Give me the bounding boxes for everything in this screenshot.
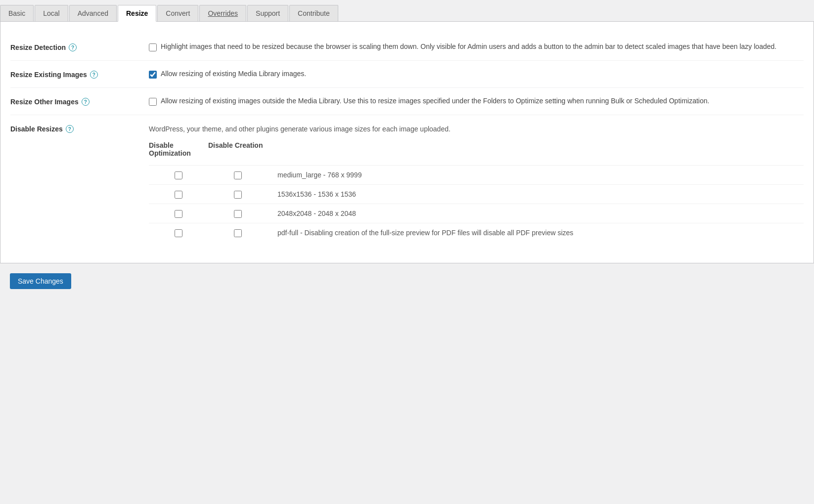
resize-row-name-pdf-full: pdf-full - Disabling creation of the ful… bbox=[268, 229, 804, 237]
help-icon-resize-other[interactable]: ? bbox=[82, 98, 90, 106]
save-changes-button[interactable]: Save Changes bbox=[10, 273, 71, 289]
resize-row-name-2048x2048: 2048x2048 - 2048 x 2048 bbox=[268, 210, 804, 217]
disable-optimization-1536x1536[interactable] bbox=[175, 191, 182, 199]
col-header-optimization: Disable Optimization bbox=[149, 141, 191, 157]
settings-content: Resize Detection?Highlight images that n… bbox=[0, 22, 814, 263]
setting-row-disable-resizes: Disable Resizes?WordPress, your theme, a… bbox=[10, 115, 804, 251]
resize-table: medium_large - 768 x 99991536x1536 - 153… bbox=[149, 165, 804, 242]
resize-row-pdf-full: pdf-full - Disabling creation of the ful… bbox=[149, 223, 804, 242]
setting-control-resize-existing: Allow resizing of existing Media Library… bbox=[149, 70, 804, 79]
setting-control-disable-resizes: WordPress, your theme, and other plugins… bbox=[149, 124, 804, 242]
resize-row-2048x2048: 2048x2048 - 2048 x 2048 bbox=[149, 204, 804, 223]
help-icon-disable-resizes[interactable]: ? bbox=[66, 125, 74, 133]
description-resize-detection: Highlight images that need to be resized… bbox=[161, 42, 776, 50]
disable-optimization-pdf-full[interactable] bbox=[175, 229, 182, 237]
checkbox-resize-other[interactable] bbox=[149, 98, 157, 106]
save-section: Save Changes bbox=[0, 263, 814, 299]
tab-advanced[interactable]: Advanced bbox=[69, 5, 117, 21]
setting-row-resize-other: Resize Other Images?Allow resizing of ex… bbox=[10, 88, 804, 115]
tabs-bar: BasicLocalAdvancedResizeConvertOverrides… bbox=[0, 0, 814, 22]
description-resize-other: Allow resizing of existing images outsid… bbox=[161, 97, 709, 105]
description-resize-existing: Allow resizing of existing Media Library… bbox=[161, 70, 306, 78]
setting-label-resize-other: Resize Other Images? bbox=[10, 97, 149, 106]
checkbox-resize-existing[interactable] bbox=[149, 71, 157, 79]
resize-row-medium-large: medium_large - 768 x 9999 bbox=[149, 165, 804, 184]
setting-row-resize-detection: Resize Detection?Highlight images that n… bbox=[10, 34, 804, 61]
disable-optimization-2048x2048[interactable] bbox=[175, 210, 182, 218]
setting-label-resize-detection: Resize Detection? bbox=[10, 42, 149, 51]
disable-creation-2048x2048[interactable] bbox=[234, 210, 242, 218]
resize-row-name-1536x1536: 1536x1536 - 1536 x 1536 bbox=[268, 190, 804, 198]
tab-contribute[interactable]: Contribute bbox=[289, 5, 338, 21]
tab-overrides[interactable]: Overrides bbox=[199, 5, 246, 21]
disable-creation-pdf-full[interactable] bbox=[234, 229, 242, 237]
page-wrapper: BasicLocalAdvancedResizeConvertOverrides… bbox=[0, 0, 814, 299]
setting-label-disable-resizes: Disable Resizes? bbox=[10, 124, 149, 133]
setting-control-resize-other: Allow resizing of existing images outsid… bbox=[149, 97, 804, 106]
resize-row-name-medium-large: medium_large - 768 x 9999 bbox=[268, 171, 804, 179]
col-header-creation: Disable Creation bbox=[208, 141, 263, 149]
checkbox-row-resize-existing: Allow resizing of existing Media Library… bbox=[149, 70, 804, 79]
setting-label-resize-existing: Resize Existing Images? bbox=[10, 70, 149, 79]
disable-optimization-medium-large[interactable] bbox=[175, 171, 182, 179]
checkbox-row-resize-detection: Highlight images that need to be resized… bbox=[149, 42, 804, 51]
setting-row-resize-existing: Resize Existing Images?Allow resizing of… bbox=[10, 61, 804, 88]
setting-control-resize-detection: Highlight images that need to be resized… bbox=[149, 42, 804, 51]
disable-creation-1536x1536[interactable] bbox=[234, 191, 242, 199]
tab-support[interactable]: Support bbox=[247, 5, 288, 21]
help-icon-resize-existing[interactable]: ? bbox=[90, 71, 98, 79]
resize-table-header: Disable OptimizationDisable Creation bbox=[149, 141, 804, 159]
help-icon-resize-detection[interactable]: ? bbox=[69, 43, 77, 51]
checkbox-resize-detection[interactable] bbox=[149, 43, 157, 51]
checkbox-row-resize-other: Allow resizing of existing images outsid… bbox=[149, 97, 804, 106]
tab-local[interactable]: Local bbox=[35, 5, 68, 21]
tab-basic[interactable]: Basic bbox=[0, 5, 34, 21]
tab-convert[interactable]: Convert bbox=[157, 5, 198, 21]
tab-resize[interactable]: Resize bbox=[118, 5, 156, 22]
disable-creation-medium-large[interactable] bbox=[234, 171, 242, 179]
resize-row-1536x1536: 1536x1536 - 1536 x 1536 bbox=[149, 184, 804, 204]
disable-resizes-description: WordPress, your theme, and other plugins… bbox=[149, 124, 804, 134]
